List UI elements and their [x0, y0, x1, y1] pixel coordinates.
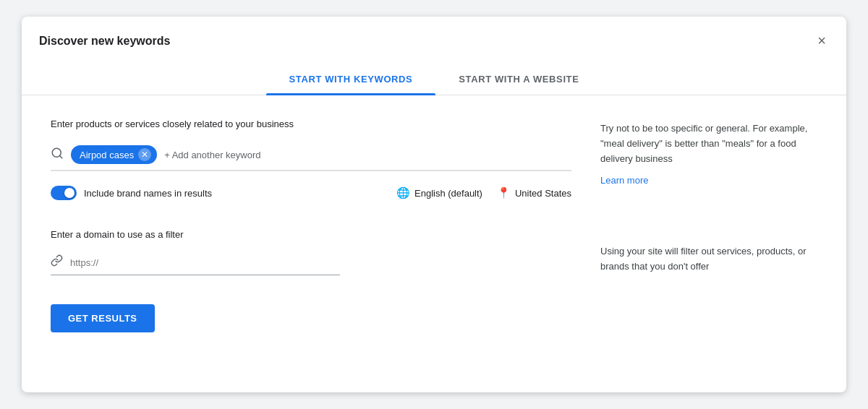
right-panel: Try not to be too specific or general. F…: [600, 119, 817, 369]
domain-input[interactable]: [70, 257, 340, 268]
keywords-section-label: Enter products or services closely relat…: [51, 119, 571, 129]
svg-line-1: [59, 155, 61, 158]
link-icon: [51, 254, 63, 270]
chip-remove-button[interactable]: ✕: [138, 148, 151, 161]
location-text: United States: [515, 188, 571, 199]
brand-names-toggle-label: Include brand names in results: [84, 188, 212, 199]
globe-icon: 🌐: [396, 186, 410, 199]
tab-keywords[interactable]: START WITH KEYWORDS: [266, 64, 436, 95]
domain-section-label: Enter a domain to use as a filter: [51, 229, 571, 240]
keyword-input-area[interactable]: Airpod cases ✕ + Add another keyword: [51, 139, 571, 171]
left-panel: Enter products or services closely relat…: [51, 119, 571, 369]
location-selector[interactable]: 📍 United States: [497, 186, 571, 199]
domain-section: Enter a domain to use as a filter: [51, 229, 571, 275]
dialog-content: Enter products or services closely relat…: [22, 95, 846, 392]
hint-text-2: Using your site will filter out services…: [600, 244, 817, 275]
language-text: English (default): [414, 188, 482, 199]
toggle-row: Include brand names in results 🌐 English…: [51, 186, 571, 200]
add-keyword-text[interactable]: + Add another keyword: [164, 150, 260, 160]
tab-website[interactable]: START WITH A WEBSITE: [435, 64, 602, 95]
location-pin-icon: 📍: [497, 186, 511, 199]
brand-names-toggle[interactable]: [51, 186, 77, 200]
language-selector[interactable]: 🌐 English (default): [396, 186, 482, 199]
learn-more-link[interactable]: Learn more: [600, 175, 648, 186]
get-results-button[interactable]: GET RESULTS: [51, 304, 155, 332]
hint-text-1: Try not to be too specific or general. F…: [600, 121, 817, 166]
tabs-container: START WITH KEYWORDS START WITH A WEBSITE: [22, 64, 846, 95]
domain-input-area: [51, 250, 340, 275]
search-icon: [51, 147, 64, 163]
keyword-chip: Airpod cases ✕: [71, 145, 157, 164]
close-button[interactable]: ×: [814, 30, 829, 52]
chip-text: Airpod cases: [80, 150, 134, 160]
locale-group: 🌐 English (default) 📍 United States: [396, 186, 571, 199]
dialog-header: Discover new keywords ×: [22, 17, 846, 52]
dialog-title: Discover new keywords: [39, 35, 170, 48]
brand-names-toggle-group: Include brand names in results: [51, 186, 212, 200]
discover-keywords-dialog: Discover new keywords × START WITH KEYWO…: [22, 17, 846, 392]
